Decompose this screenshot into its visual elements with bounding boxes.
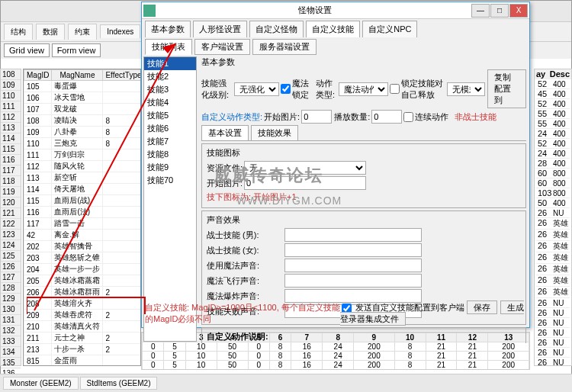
lockself-select[interactable]: 无模式	[447, 82, 485, 96]
table-row[interactable]: 117踏雪一击	[24, 218, 142, 230]
table-row[interactable]: 205英雄冰霜蒸霜	[24, 275, 142, 287]
intab-basic[interactable]: 基本设置	[201, 125, 249, 140]
table-row[interactable]: 05105008162420082121200	[143, 361, 529, 370]
icon-note: 技下图标为: 开始图片+1	[207, 191, 521, 203]
table-row[interactable]: 210英雄清真火符	[24, 321, 142, 333]
table-row[interactable]: 206英雄冰霜群雨2	[24, 287, 142, 298]
table-row[interactable]: 203英雄怒斩之锥	[24, 252, 142, 264]
dialog-title: 怪物设置	[159, 5, 471, 16]
table-row[interactable]: 113新空斩	[24, 172, 142, 184]
magic-lock-check[interactable]	[281, 84, 291, 94]
sub-tab-strip: 技能列表 客户端设置 服务器端设置	[142, 39, 529, 55]
tab-custom-monster[interactable]: 自定义怪物	[249, 21, 304, 37]
table-row[interactable]: 42离金.解	[24, 230, 142, 241]
table-row[interactable]: 208英雄溶火齐	[24, 298, 142, 310]
table-row[interactable]: 116血雨后(法)	[24, 207, 142, 218]
tab-basic-params[interactable]: 基本参数	[145, 21, 191, 37]
bg-tab[interactable]: 约束	[68, 24, 97, 40]
table-row[interactable]: 202英雄智擒骨	[24, 241, 142, 252]
tab-humanoid[interactable]: 人形怪设置	[193, 21, 247, 37]
start-pic-input[interactable]	[301, 110, 332, 124]
force-label: 技能强化级别:	[201, 78, 233, 101]
table-row[interactable]: 114倚天屠地	[24, 184, 142, 195]
custom-action-label: 自定义动作类型:	[201, 111, 262, 123]
table-row[interactable]: 05105008162420082121200	[143, 352, 529, 361]
footer-warning: 自定义技能: MagID>=1000且<1100, 每个自定义技能的MagID必…	[145, 302, 340, 325]
table-row[interactable]: 211元士之神2	[24, 333, 142, 344]
skill-item[interactable]: 技能9	[144, 161, 196, 174]
app-icon	[143, 5, 156, 17]
sound-input[interactable]	[284, 259, 422, 272]
section-label: 基本参数	[201, 56, 526, 68]
minimize-button[interactable]: —	[471, 4, 490, 18]
bg-tab[interactable]: Indexes	[100, 24, 140, 38]
footer-tabs: Monster (GEEM2) StdItems (GEEM2)	[0, 374, 572, 392]
intab-effect[interactable]: 技能效果	[251, 125, 298, 140]
table-row[interactable]: 110三炮克8	[24, 138, 142, 149]
table-row[interactable]: 213十步一杀2	[24, 344, 142, 355]
dialog-footer: 自定义技能: MagID>=1000且<1100, 每个自定义技能的MagID必…	[145, 302, 526, 325]
skill-item[interactable]: 技能5	[144, 109, 196, 122]
skill-list[interactable]: 技能1技能2技能3技能4技能5技能6技能7技能8技能9技能70	[143, 56, 197, 342]
table-row[interactable]: 109八卦拳8	[24, 127, 142, 138]
sound-input[interactable]	[284, 289, 422, 303]
subtab-server[interactable]: 服务器端设置	[252, 39, 317, 55]
inner-tabs: 基本设置 技能效果	[201, 125, 526, 141]
table-row[interactable]: 209英雄吞虎符2	[24, 310, 142, 321]
skill-item[interactable]: 技能70	[144, 174, 196, 187]
continuous-check[interactable]	[403, 112, 413, 122]
table-row[interactable]: 105毒蛋爆	[24, 81, 142, 92]
bg-tab[interactable]: 结构	[4, 24, 33, 40]
table-row[interactable]: 111万剑归宗	[24, 149, 142, 161]
table-row[interactable]: 05105008162420082121200	[143, 342, 529, 352]
icon-start-input[interactable]	[244, 176, 366, 190]
footer-tab[interactable]: StdItems (GEEM2)	[80, 377, 158, 390]
form-view-btn[interactable]: Form view	[52, 43, 101, 57]
table-row[interactable]: 204英雄一步一步	[24, 264, 142, 275]
maximize-button[interactable]: □	[490, 4, 509, 18]
skill-item[interactable]: 技能1	[144, 57, 196, 70]
table-header: MagIDMagNameEffectType	[24, 70, 142, 81]
force-select[interactable]: 无强化	[234, 82, 279, 96]
bg-data-table[interactable]: MagIDMagNameEffectType 105毒蛋爆106冰天雪地107双…	[23, 69, 141, 366]
skill-item[interactable]: 技能3	[144, 83, 196, 96]
table-row[interactable]: 107双龙破	[24, 104, 142, 115]
skill-item[interactable]: 技能8	[144, 148, 196, 161]
save-button[interactable]: 保存	[467, 300, 497, 314]
subtab-client[interactable]: 客户端设置	[194, 39, 250, 55]
skill-item[interactable]: 技能2	[144, 70, 196, 83]
close-button[interactable]: X	[509, 4, 528, 18]
subtab-skill-list[interactable]: 技能列表	[145, 39, 192, 55]
frame-count-input[interactable]	[371, 110, 402, 124]
main-tab-strip: 基本参数 人形怪设置 自定义怪物 自定义技能 自定义NPC	[142, 19, 529, 39]
table-row[interactable]: 108凌睛决8	[24, 115, 142, 127]
dialog-titlebar[interactable]: 怪物设置 — □ X	[142, 2, 529, 19]
tab-custom-skill[interactable]: 自定义技能	[306, 21, 360, 37]
grid-view-btn[interactable]: Grid view	[4, 43, 50, 57]
table-row[interactable]: 115血雨后(战)	[24, 195, 142, 207]
skill-item[interactable]: 技能4	[144, 96, 196, 109]
sound-input[interactable]	[284, 274, 422, 288]
right-data-col: ayDesc 524004540052400554005540024400524…	[534, 69, 572, 366]
explain-fieldset: 自定义动作说明: 普通动作: 普 通 砍: 开始图片200, 播放数量4, 空白…	[201, 327, 526, 343]
table-row[interactable]: 815金蛋雨	[24, 355, 142, 367]
icon-fieldset: 技能图标 资源文件:无 开始图片: 技下图标为: 开始图片+1	[201, 143, 526, 208]
tab-custom-npc[interactable]: 自定义NPC	[362, 21, 417, 37]
skill-item[interactable]: 技能6	[144, 122, 196, 135]
lock-self-check[interactable]	[390, 84, 400, 94]
action-type-select[interactable]: 魔法动作	[339, 82, 388, 96]
copy-config-button[interactable]: 复制配置到	[487, 69, 526, 108]
footer-tab[interactable]: Monster (GEEM2)	[3, 377, 79, 390]
sound-input[interactable]	[284, 228, 422, 242]
table-row[interactable]: 112随风火轮	[24, 161, 142, 172]
table-row[interactable]: 106冰天雪地	[24, 92, 142, 104]
row-gutter: 1081091101111121131141151161171181191201…	[0, 69, 21, 366]
resource-select[interactable]: 无	[244, 161, 366, 175]
nowarrior-label: 非战士技能	[455, 111, 496, 123]
bg-tab[interactable]: 数据	[36, 24, 65, 40]
sound-input[interactable]	[284, 243, 422, 257]
skill-item[interactable]: 技能7	[144, 135, 196, 148]
monster-settings-dialog: 怪物设置 — □ X 基本参数 人形怪设置 自定义怪物 自定义技能 自定义NPC…	[141, 2, 530, 328]
